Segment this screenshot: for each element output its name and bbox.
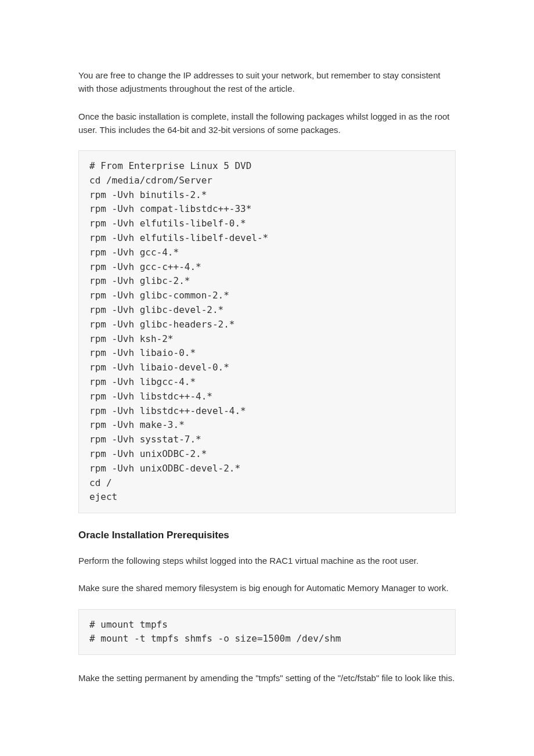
intro-paragraph-1: You are free to change the IP addresses …: [78, 69, 456, 96]
intro-paragraph-2: Once the basic installation is complete,…: [78, 110, 456, 137]
prereq-paragraph-2: Make sure the shared memory filesystem i…: [78, 581, 456, 595]
section-heading-prereqs: Oracle Installation Prerequisites: [78, 530, 456, 541]
code-block-mount: # umount tmpfs # mount -t tmpfs shmfs -o…: [78, 609, 456, 656]
document-page: You are free to change the IP addresses …: [0, 0, 534, 756]
prereq-paragraph-1: Perform the following steps whilst logge…: [78, 554, 456, 567]
prereq-paragraph-3: Make the setting permanent by amending t…: [78, 671, 456, 685]
code-block-packages: # From Enterprise Linux 5 DVD cd /media/…: [78, 150, 456, 513]
